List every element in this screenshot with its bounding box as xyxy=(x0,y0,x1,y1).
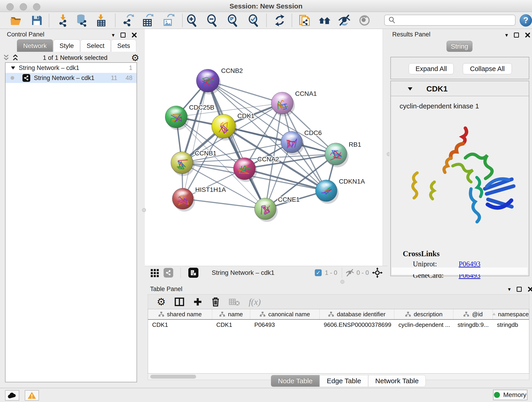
zoom-in-icon[interactable] xyxy=(185,13,199,27)
node-section-header[interactable]: CDK1 xyxy=(391,81,529,96)
open-session-icon[interactable] xyxy=(9,13,23,27)
pan-crosshair-icon[interactable] xyxy=(372,268,383,278)
tab-sets[interactable]: Sets xyxy=(111,39,136,52)
collection-expander-icon[interactable] xyxy=(11,66,16,70)
expand-all-button[interactable]: Expand All xyxy=(409,63,454,74)
save-session-icon[interactable] xyxy=(30,13,44,27)
tab-network-table[interactable]: Network Table xyxy=(368,375,426,387)
export-network-icon[interactable] xyxy=(121,13,135,27)
collapse-all-icon[interactable] xyxy=(2,54,10,61)
close-panel-icon[interactable] xyxy=(528,287,532,292)
tab-select[interactable]: Select xyxy=(80,39,111,52)
table-toolbar: ⚙ f(x) xyxy=(148,294,529,309)
table-cell[interactable]: cyclin-dependent ... xyxy=(394,321,453,328)
left-splitter-handle[interactable] xyxy=(142,208,146,212)
grid-view-icon[interactable] xyxy=(150,268,159,278)
delete-table-icon[interactable] xyxy=(229,298,240,306)
node-CDKN1A[interactable]: CDKN1A xyxy=(316,178,365,204)
zoom-fit-icon[interactable] xyxy=(226,13,240,27)
show-all-eye-icon[interactable] xyxy=(358,13,371,27)
column-header-id[interactable]: @id xyxy=(453,309,493,319)
import-table-icon[interactable] xyxy=(94,13,108,27)
panel-menu-icon[interactable]: ▾ xyxy=(505,32,508,38)
search-icon xyxy=(387,16,397,25)
search-input[interactable] xyxy=(398,16,515,25)
export-image-icon[interactable] xyxy=(161,13,175,27)
crosslink-link[interactable]: P06493 xyxy=(459,260,481,268)
float-panel-icon[interactable] xyxy=(517,287,522,292)
tab-node-table[interactable]: Node Table xyxy=(271,375,320,387)
tab-network[interactable]: Network xyxy=(17,39,53,52)
table-cell[interactable]: P06493 xyxy=(250,321,320,328)
cloud-button[interactable] xyxy=(5,390,19,401)
tab-style[interactable]: Style xyxy=(53,39,80,52)
birdseye-view-icon[interactable] xyxy=(188,268,198,278)
warnings-button[interactable] xyxy=(25,390,39,401)
node-label-CCNA2: CCNA2 xyxy=(257,156,279,163)
panel-menu-icon[interactable]: ▾ xyxy=(112,32,114,38)
network-options-gear-icon[interactable]: ⚙ xyxy=(131,53,139,62)
float-panel-icon[interactable] xyxy=(120,32,126,38)
close-panel-icon[interactable] xyxy=(525,32,530,38)
search-box[interactable] xyxy=(384,15,515,26)
network-share-view-icon[interactable] xyxy=(164,268,173,278)
node-CCNA1[interactable]: CCNA1 xyxy=(271,90,317,116)
collapse-all-button[interactable]: Collapse All xyxy=(463,63,512,74)
scrollbar-thumb[interactable] xyxy=(150,375,196,379)
import-network-database-icon[interactable] xyxy=(75,13,89,27)
delete-column-icon[interactable] xyxy=(211,297,220,307)
column-header-name[interactable]: name xyxy=(212,309,250,319)
results-scroll-area xyxy=(392,268,527,274)
column-header-sharedname[interactable]: shared name xyxy=(148,309,212,319)
network-selection-status: 1 of 1 Network selected xyxy=(19,54,131,61)
string-network-icon xyxy=(22,74,30,82)
table-cell[interactable]: CDK1 xyxy=(148,321,212,328)
node-HIST1H1A[interactable]: HIST1H1A xyxy=(172,186,226,211)
tab-edge-table[interactable]: Edge Table xyxy=(320,375,368,387)
show-columns-icon[interactable] xyxy=(174,297,184,307)
first-neighbors-icon[interactable] xyxy=(298,13,312,27)
column-header-description[interactable]: description xyxy=(394,309,453,319)
column-header-namespace[interactable]: namespace xyxy=(493,309,529,319)
toolbar-divider xyxy=(181,268,181,278)
network-canvas[interactable]: CCNB2CCNA1CDC25BCDK1CDC6RB1CCNB1CCNA2CDK… xyxy=(145,29,383,266)
zoom-out-icon[interactable] xyxy=(206,13,219,27)
column-header-canonicalname[interactable]: canonical name xyxy=(250,309,320,319)
table-row[interactable]: CDK1CDK1P064939606.ENSP00000378699cyclin… xyxy=(148,320,529,330)
node-CDK1[interactable]: CDK1 xyxy=(212,112,254,140)
column-header-databaseidentifier[interactable]: database identifier xyxy=(320,309,394,319)
node-label-RB1: RB1 xyxy=(349,141,361,148)
network-collection-row[interactable]: String Network – cdk1 1 xyxy=(6,63,137,73)
table-cell[interactable]: 9606.ENSP00000378699 xyxy=(320,321,394,328)
table-cell[interactable]: stringdb xyxy=(493,321,529,328)
expand-all-icon[interactable] xyxy=(12,54,19,61)
network-view-title: String Network – cdk1 xyxy=(212,268,274,278)
table-cell[interactable]: CDK1 xyxy=(212,321,250,328)
home-networks-icon[interactable] xyxy=(318,13,332,27)
table-options-gear-icon[interactable]: ⚙ xyxy=(157,297,166,307)
close-panel-icon[interactable] xyxy=(132,32,137,38)
hide-selected-eye-icon[interactable] xyxy=(337,13,351,27)
node-label-CDKN1A: CDKN1A xyxy=(339,178,365,185)
import-network-file-icon[interactable] xyxy=(57,13,70,27)
table-cell[interactable]: stringdb:9... xyxy=(453,321,493,328)
node-CDC25B[interactable]: CDC25B xyxy=(165,104,214,130)
memory-button[interactable]: Memory xyxy=(493,390,527,400)
add-column-icon[interactable] xyxy=(193,297,202,306)
help-button[interactable]: ? xyxy=(520,14,532,27)
selected-checkbox-icon[interactable]: ✓ xyxy=(315,268,322,278)
float-panel-icon[interactable] xyxy=(514,32,519,38)
refresh-icon[interactable] xyxy=(273,13,287,27)
tab-string[interactable]: String xyxy=(447,41,472,52)
node-RB1[interactable]: RB1 xyxy=(325,141,361,167)
horizontal-splitter-handle[interactable] xyxy=(341,280,344,284)
table-panel: Table Panel ▾ ⚙ f(x) shared namenamecano… xyxy=(145,284,532,387)
function-builder-icon[interactable]: f(x) xyxy=(249,297,261,307)
network-tree: String Network – cdk1 1 String Network –… xyxy=(5,62,137,382)
panel-menu-icon[interactable]: ▾ xyxy=(508,286,511,293)
zoom-selected-icon[interactable] xyxy=(247,13,261,27)
network-row[interactable]: String Network – cdk1 11 48 xyxy=(6,73,137,83)
section-expander-icon[interactable] xyxy=(407,87,413,91)
node-CCNB2[interactable]: CCNB2 xyxy=(196,67,243,95)
export-table-icon[interactable] xyxy=(141,13,154,27)
